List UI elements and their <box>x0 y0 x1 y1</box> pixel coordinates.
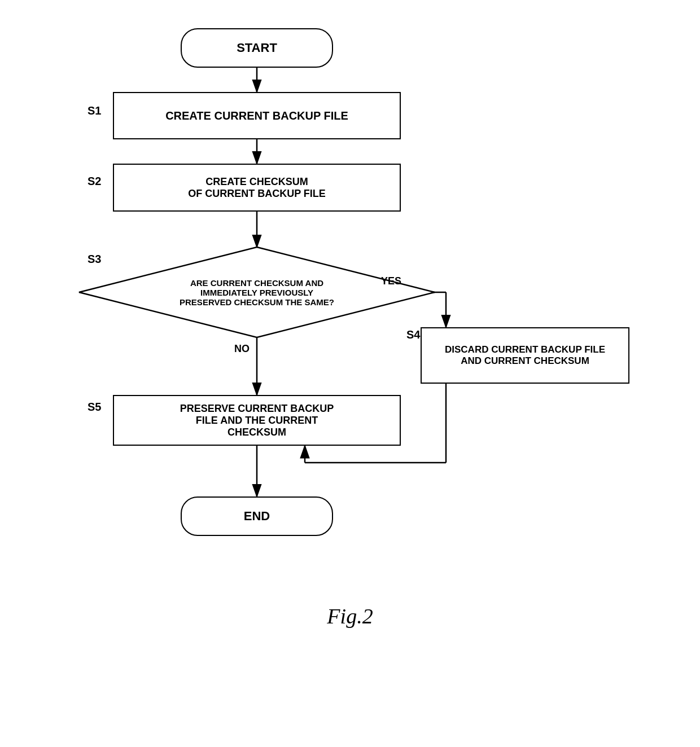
s1-node: CREATE CURRENT BACKUP FILE <box>113 92 401 139</box>
s2-label: S2 <box>88 175 101 188</box>
s3-diamond-svg <box>79 247 435 337</box>
s5-label: S5 <box>88 401 101 414</box>
s4-label: S4 <box>406 328 420 341</box>
end-node: END <box>181 496 333 536</box>
s4-node: DISCARD CURRENT BACKUP FILEAND CURRENT C… <box>421 327 629 384</box>
start-node: START <box>181 28 333 68</box>
s2-node: CREATE CHECKSUMOF CURRENT BACKUP FILE <box>113 164 401 212</box>
s4-text: DISCARD CURRENT BACKUP FILEAND CURRENT C… <box>445 344 605 367</box>
s3-diamond-wrapper: ARE CURRENT CHECKSUM ANDIMMEDIATELY PREV… <box>79 247 435 337</box>
s3-label: S3 <box>88 253 101 266</box>
yes-label: YES <box>381 275 401 287</box>
flowchart-diagram: START S1 CREATE CURRENT BACKUP FILE S2 C… <box>0 11 700 677</box>
s5-node: PRESERVE CURRENT BACKUPFILE AND THE CURR… <box>113 395 401 446</box>
figure-caption: Fig.2 <box>0 604 700 671</box>
s2-text: CREATE CHECKSUMOF CURRENT BACKUP FILE <box>188 176 326 200</box>
s1-label: S1 <box>88 104 101 117</box>
svg-marker-11 <box>79 247 435 337</box>
no-label: NO <box>234 343 250 355</box>
s5-text: PRESERVE CURRENT BACKUPFILE AND THE CURR… <box>180 403 334 438</box>
